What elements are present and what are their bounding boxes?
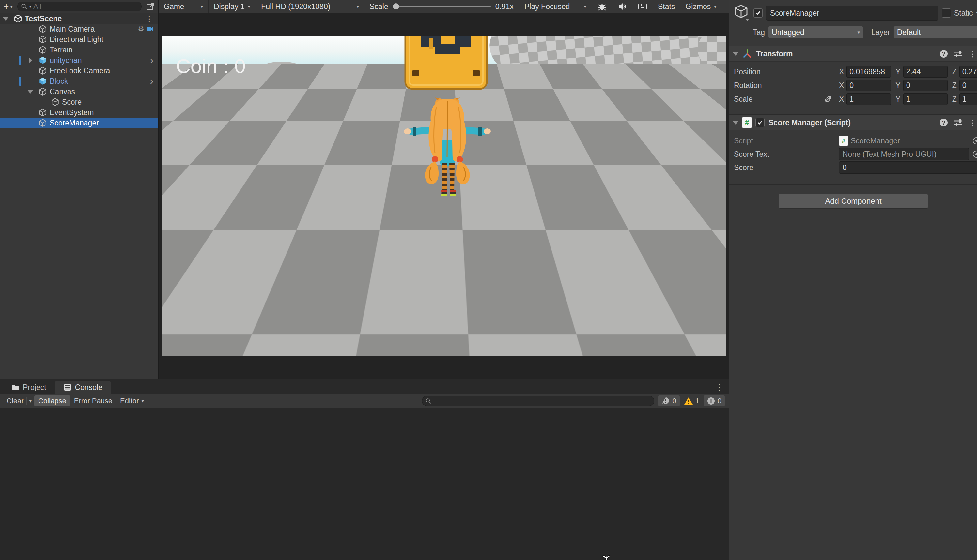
editor-dropdown[interactable]: Editor ▾ [116, 395, 148, 407]
hierarchy-item-block[interactable]: Block› [0, 76, 158, 87]
rotation-z-field[interactable]: 0 [959, 80, 977, 91]
mute-audio-toggle[interactable] [612, 0, 632, 13]
rotation-y-field[interactable]: 0 [903, 80, 948, 91]
clear-dropdown[interactable]: ▾ [27, 395, 35, 407]
collapse-triangle-icon[interactable] [29, 57, 32, 63]
cube-icon [38, 25, 47, 33]
static-checkbox[interactable] [942, 8, 951, 18]
number-value: 0 [843, 163, 847, 172]
position-y-field[interactable]: 2.44 [903, 66, 948, 78]
chevron-down-icon: ▾ [714, 3, 717, 10]
debug-toggle[interactable] [592, 0, 612, 13]
game-toolbar: Game ▾ Display 1 ▾ Full HD (1920x1080) ▾… [159, 0, 729, 13]
hierarchy-item-freelook-camera[interactable]: FreeLook Camera [0, 65, 158, 76]
cinemachine-gear-icon: ⚙ [138, 25, 144, 33]
game-viewport[interactable]: Coin : 0 [159, 13, 729, 379]
clear-button[interactable]: Clear [3, 395, 27, 407]
axis-label-y: Y [895, 67, 900, 76]
hierarchy-item-label: Main Camera [50, 25, 95, 33]
component-menu-kebab-icon[interactable]: ⋮ [969, 49, 977, 59]
gameobject-name-field[interactable]: ScoreManager [766, 5, 939, 20]
hierarchy-item-unitychan[interactable]: unitychan› [0, 55, 158, 65]
hierarchy-search-input[interactable]: ▾ All [17, 2, 142, 12]
console-menu-kebab-icon[interactable]: ⋮ [715, 382, 723, 392]
object-reference-field[interactable]: None (Text Mesh Pro UGUI) [839, 148, 969, 160]
scene-menu-kebab-icon[interactable]: ⋮ [145, 14, 153, 23]
create-object-button[interactable]: + ▾ [3, 2, 13, 12]
play-focused-dropdown[interactable]: Play Focused ▾ [519, 0, 592, 13]
hierarchy-item-label: unitychan [50, 56, 82, 65]
scale-value: 0.91x [494, 0, 519, 13]
cube-icon [51, 98, 59, 106]
vsync-toggle[interactable] [632, 0, 652, 13]
hierarchy-item-directional-light[interactable]: Directional Light [0, 34, 158, 45]
warning-filter-toggle[interactable]: 1 [681, 395, 703, 407]
hierarchy-item-main-camera[interactable]: Main Camera⚙ [0, 24, 158, 34]
console-log-area[interactable] [0, 408, 729, 560]
layer-label: Layer [871, 28, 890, 37]
tab-project[interactable]: Project [3, 381, 55, 394]
display-dropdown[interactable]: Display 1 ▾ [209, 0, 256, 13]
scale-z-field[interactable]: 1 [959, 93, 977, 105]
link-broken-icon[interactable] [824, 95, 832, 103]
scene-picking-icon[interactable] [146, 2, 155, 11]
transform-icon [743, 49, 752, 59]
prefab-chevron-icon[interactable]: › [150, 55, 153, 65]
tab-console[interactable]: Console [55, 381, 111, 394]
gameobject-cube-icon[interactable] [733, 4, 750, 22]
gizmos-dropdown[interactable]: Gizmos ▾ [680, 0, 721, 13]
error-pause-toggle[interactable]: Error Pause [70, 395, 116, 407]
collapse-toggle[interactable]: Collapse [34, 395, 70, 407]
hierarchy-item-testscene[interactable]: TestScene⋮ [0, 13, 158, 24]
add-component-button[interactable]: Add Component [779, 193, 928, 208]
number-field[interactable]: 0 [839, 162, 977, 174]
hierarchy-item-label: EventSystem [50, 108, 94, 117]
script-component-body: Script#ScoreManagerScore TextNone (Text … [729, 130, 977, 179]
unity-editor-window: + ▾ ▾ All TestScene⋮Main Camera⚙Directio… [0, 0, 977, 560]
console-search-input[interactable] [422, 396, 654, 406]
transform-header[interactable]: Transform ? ⋮ [729, 46, 977, 62]
hierarchy-item-canvas[interactable]: Canvas [0, 87, 158, 97]
hierarchy-item-scoremanager[interactable]: ScoreManager [0, 118, 158, 128]
expand-triangle-icon[interactable] [27, 90, 33, 93]
help-icon[interactable]: ? [939, 118, 948, 127]
active-checkbox[interactable] [753, 8, 763, 18]
search-icon [21, 3, 27, 10]
script-component-header[interactable]: # Score Manager (Script) ? [729, 115, 977, 130]
foldout-triangle-icon[interactable] [733, 52, 738, 56]
resolution-dropdown[interactable]: Full HD (1920x1080) ▾ [256, 0, 364, 13]
scale-slider[interactable] [393, 6, 491, 7]
expand-triangle-icon[interactable] [3, 17, 8, 20]
hierarchy-item-eventsystem[interactable]: EventSystem [0, 107, 158, 118]
hierarchy-item-score[interactable]: Score [0, 97, 158, 107]
game-view-menu[interactable]: Game ▾ [159, 0, 208, 13]
script-enabled-checkbox[interactable] [755, 118, 765, 127]
help-icon[interactable]: ? [939, 49, 948, 58]
scale-slider-knob[interactable] [393, 3, 399, 10]
tag-value: Untagged [772, 28, 805, 37]
tag-dropdown[interactable]: Untagged ▾ [768, 26, 863, 38]
rotation-x-field[interactable]: 0 [847, 80, 891, 91]
presets-icon[interactable] [954, 49, 963, 58]
add-component-area: Add Component [729, 185, 977, 217]
object-picker-icon[interactable] [972, 137, 977, 145]
object-picker-icon[interactable] [972, 150, 977, 158]
layer-dropdown[interactable]: Default ▾ [893, 26, 977, 38]
console-toolbar: Clear ▾ Collapse Error Pause Editor ▾ [0, 394, 729, 408]
presets-icon[interactable] [954, 118, 963, 127]
foldout-triangle-icon[interactable] [733, 121, 738, 125]
info-filter-toggle[interactable]: 0 [658, 395, 679, 407]
scale-x-field[interactable]: 1 [847, 93, 891, 105]
transform-row-label: Position [734, 67, 824, 76]
component-menu-kebab-icon[interactable]: ⋮ [969, 118, 977, 127]
error-filter-toggle[interactable]: 0 [704, 395, 725, 407]
game-view-menu-label: Game [164, 2, 184, 11]
hierarchy-item-terrain[interactable]: Terrain [0, 45, 158, 55]
position-x-field[interactable]: 0.0169858 [847, 66, 891, 78]
cube-icon [38, 67, 47, 75]
scale-y-field[interactable]: 1 [903, 93, 948, 105]
position-z-field[interactable]: 0.270016 [959, 66, 977, 78]
error-circle-icon [707, 397, 715, 405]
stats-toggle[interactable]: Stats [652, 0, 680, 13]
prefab-chevron-icon[interactable]: › [150, 76, 153, 86]
